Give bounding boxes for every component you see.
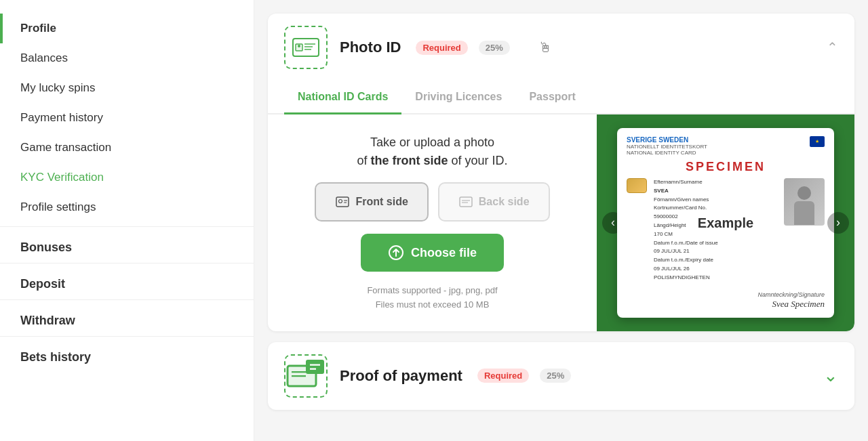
id-number-label: Kortnummer/Card No. [654, 204, 777, 213]
back-side-button[interactable]: Back side [438, 182, 550, 222]
svg-point-2 [298, 45, 300, 47]
upload-line2-bold: the front side [370, 154, 448, 167]
id-signature-area: Namnteckning/Signature Svea Specimen [627, 289, 825, 310]
id-flag-area: ★ [810, 136, 825, 147]
sidebar-bets-history-label: Bets history [20, 350, 91, 364]
sidebar-divider-1 [0, 226, 254, 227]
proof-svg-icon [285, 358, 326, 394]
sidebar-balances-label: Balances [20, 51, 68, 64]
photo-id-required-badge: Required [416, 41, 467, 55]
id-chip-icon [627, 178, 647, 193]
main-content: Photo ID Required 25% 🖱 National ID Card… [254, 0, 868, 441]
sidebar-bonuses-label: Bonuses [20, 240, 72, 254]
id-signature-label: Namnteckning/Signature [757, 291, 825, 298]
id-expires-label: Datum t.o.m./Expiry date [654, 256, 777, 265]
upload-instruction-text: Take or upload a photo of the front side… [357, 133, 507, 170]
front-side-label: Front side [355, 196, 408, 208]
id-specimen: SPECIMEN [686, 160, 766, 173]
sidebar-lucky-spins-label: My lucky spins [20, 81, 96, 94]
sidebar-category-deposit[interactable]: Deposit [0, 268, 254, 295]
proof-title: Proof of payment [340, 367, 462, 385]
svg-rect-6 [336, 197, 349, 207]
sidebar-item-balances[interactable]: Balances [0, 43, 254, 73]
tab-passport[interactable]: Passport [515, 81, 589, 114]
id-name: SVEA [654, 187, 777, 196]
svg-rect-17 [306, 360, 324, 374]
id-card-header: SVERIGE SWEDEN NATIONELLT IDENTITETSKORT… [627, 136, 825, 156]
svg-rect-10 [460, 197, 472, 207]
sidebar-item-game-transaction[interactable]: Game transaction [0, 133, 254, 163]
sidebar-item-payment-history[interactable]: Payment history [0, 103, 254, 133]
photo-id-title-group: Photo ID Required 25% [340, 39, 510, 56]
photo-id-card-header[interactable]: Photo ID Required 25% 🖱 [268, 14, 854, 81]
id-issued: 09 JUL/JUL 21 [654, 247, 777, 256]
proof-required-badge: Required [477, 369, 529, 383]
id-country: SVERIGE SWEDEN [627, 136, 707, 144]
sidebar-kyc-label: KYC Verification [20, 171, 104, 184]
sidebar-divider-3 [0, 299, 254, 300]
sidebar-category-withdraw[interactable]: Withdraw [0, 304, 254, 332]
back-side-icon [458, 194, 473, 209]
id-issued-label: Datum f.o.m./Date of issue [654, 239, 777, 248]
upload-line1: Take or upload a photo [370, 135, 494, 149]
choose-file-button[interactable]: Choose file [361, 234, 504, 272]
eu-flag-icon: ★ [810, 136, 825, 147]
id-country-name: SVERIGE SWEDEN NATIONELLT IDENTITETSKORT… [627, 136, 707, 156]
id-authority: POLISMYNDIGHETEN [654, 274, 777, 282]
proof-icon [284, 354, 328, 398]
photo-id-title: Photo ID [340, 39, 401, 56]
upload-area: Take or upload a photo of the front side… [268, 114, 854, 331]
sidebar-divider-2 [0, 263, 254, 264]
tab-national-id-label: National ID Cards [298, 91, 388, 102]
sidebar-item-profile-settings[interactable]: Profile settings [0, 192, 254, 222]
upload-icon [388, 245, 404, 261]
sidebar-category-bonuses[interactable]: Bonuses [0, 231, 254, 259]
photo-id-card: Photo ID Required 25% 🖱 National ID Card… [268, 14, 854, 331]
front-side-icon [335, 194, 350, 209]
sidebar-item-kyc-verification[interactable]: KYC Verification [0, 163, 254, 192]
id-surname: Efternamn/Surname [654, 178, 777, 187]
sidebar-category-bets-history[interactable]: Bets history [0, 341, 254, 369]
example-area: ‹ SVERIGE SWEDEN NATIONELLT IDENTITETSKO… [597, 114, 854, 331]
sidebar: Profile Balances My lucky spins Payment … [0, 0, 254, 441]
tab-driving-licences[interactable]: Driving Licences [401, 81, 515, 114]
id-photo-area [784, 178, 825, 226]
upload-line2-prefix: of [357, 154, 370, 167]
sidebar-item-lucky-spins[interactable]: My lucky spins [0, 73, 254, 103]
tab-driving-licences-label: Driving Licences [415, 91, 502, 102]
chevron-down-icon[interactable] [823, 365, 838, 386]
photo-id-icon [284, 26, 328, 69]
photo-id-tabs: National ID Cards Driving Licences Passp… [268, 81, 854, 114]
sidebar-payment-history-label: Payment history [20, 111, 103, 124]
id-card-type: NATIONELLT IDENTITETSKORTNATIONAL IDENTI… [627, 144, 707, 156]
id-expires: 09 JUL/JUL 26 [654, 265, 777, 274]
tab-passport-label: Passport [529, 91, 575, 102]
upload-line2-suffix: of your ID. [448, 154, 508, 167]
proof-card-header[interactable]: Proof of payment Required 25% [268, 342, 854, 410]
proof-percent-badge: 25% [540, 369, 571, 383]
chevron-up-icon[interactable] [827, 39, 838, 56]
formats-line2: Files must not exceed 10 MB [376, 299, 490, 310]
sidebar-profile-label: Profile [20, 22, 56, 35]
sidebar-item-profile[interactable]: Profile [0, 14, 254, 43]
id-signature-text: Svea Specimen [772, 299, 825, 309]
example-next-button[interactable]: › [827, 212, 849, 234]
cursor-icon: 🖱 [538, 40, 552, 56]
silhouette-head [797, 186, 811, 200]
photo-id-percent-badge: 25% [479, 41, 510, 55]
tab-national-id[interactable]: National ID Cards [284, 81, 401, 114]
example-label-overlay: Example [688, 212, 763, 233]
sidebar-withdraw-label: Withdraw [20, 314, 75, 327]
id-person-silhouette [794, 180, 814, 225]
sidebar-game-transaction-label: Game transaction [20, 141, 111, 154]
id-card-svg-icon [292, 34, 319, 61]
id-specimen-text: SPECIMEN [627, 160, 825, 174]
silhouette-body [794, 201, 814, 225]
formats-info: Formats supported - jpg, png, pdf Files … [367, 284, 497, 312]
back-side-label: Back side [479, 196, 530, 208]
front-side-button[interactable]: Front side [315, 182, 428, 222]
proof-of-payment-card: Proof of payment Required 25% [268, 342, 854, 410]
id-given-names-label: Förnamn/Given names [654, 196, 777, 205]
sidebar-profile-settings-label: Profile settings [20, 201, 96, 213]
svg-point-7 [339, 200, 342, 203]
